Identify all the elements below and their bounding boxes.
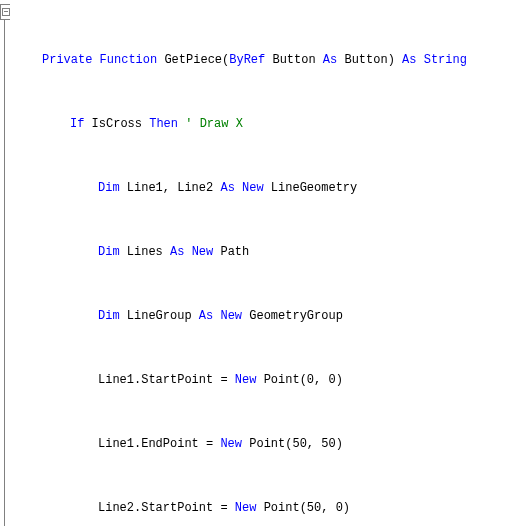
keyword: Dim [98, 181, 120, 195]
code-text: GetPiece( [157, 53, 229, 67]
fold-guide-line [4, 20, 5, 526]
keyword: Private Function [42, 53, 157, 67]
code-text: Line2.StartPoint = [98, 501, 235, 515]
keyword: New [235, 373, 257, 387]
keyword: Dim [98, 245, 120, 259]
code-text: Line1, Line2 [120, 181, 221, 195]
keyword: New [235, 501, 257, 515]
code-line: Dim LineGroup As New GeometryGroup [14, 308, 520, 324]
code-text: Point(0, 0) [256, 373, 342, 387]
code-line: Line2.StartPoint = New Point(50, 0) [14, 500, 520, 516]
keyword: As [323, 53, 337, 67]
code-text: LineGeometry [264, 181, 358, 195]
code-line: Line1.EndPoint = New Point(50, 50) [14, 436, 520, 452]
code-line: Dim Line1, Line2 As New LineGeometry [14, 180, 520, 196]
code-text: Line1.StartPoint = [98, 373, 235, 387]
code-text: Path [213, 245, 249, 259]
keyword: Then [149, 117, 178, 131]
code-text: GeometryGroup [242, 309, 343, 323]
code-block: Private Function GetPiece(ByRef Button A… [14, 4, 520, 526]
code-text: LineGroup [120, 309, 199, 323]
code-text: Button [265, 53, 323, 67]
keyword: As New [199, 309, 242, 323]
code-text: Point(50, 0) [256, 501, 350, 515]
keyword: As New [170, 245, 213, 259]
fold-toggle-icon[interactable] [0, 4, 10, 20]
keyword: If [70, 117, 84, 131]
keyword: ByRef [229, 53, 265, 67]
code-editor: Private Function GetPiece(ByRef Button A… [0, 0, 520, 526]
code-text: Button) [337, 53, 402, 67]
code-line: Dim Lines As New Path [14, 244, 520, 260]
code-line: Line1.StartPoint = New Point(0, 0) [14, 372, 520, 388]
keyword: New [220, 437, 242, 451]
code-line: If IsCross Then ' Draw X [14, 116, 520, 132]
code-text: Point(50, 50) [242, 437, 343, 451]
keyword: As String [402, 53, 467, 67]
code-text: Lines [120, 245, 170, 259]
comment: ' Draw X [178, 117, 243, 131]
keyword: Dim [98, 309, 120, 323]
code-text: IsCross [84, 117, 149, 131]
code-text: Line1.EndPoint = [98, 437, 220, 451]
code-line: Private Function GetPiece(ByRef Button A… [14, 52, 520, 68]
keyword: As New [220, 181, 263, 195]
